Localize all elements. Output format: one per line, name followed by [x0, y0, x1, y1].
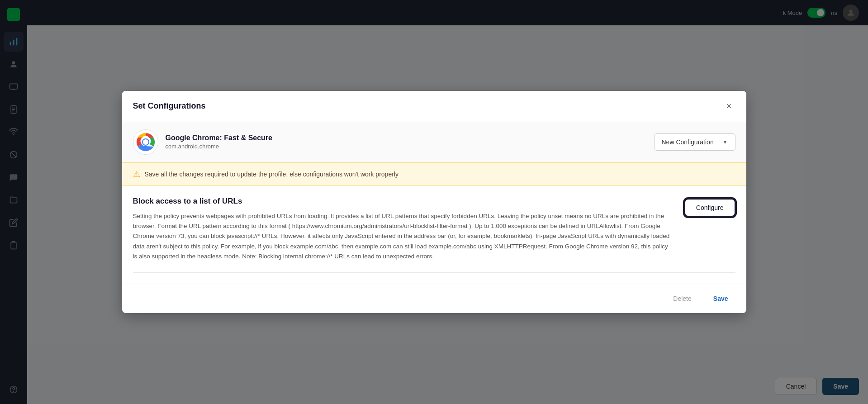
save-button[interactable]: Save	[706, 291, 735, 306]
warning-banner: ⚠ Save all the changes required to updat…	[122, 162, 746, 186]
modal-overlay: Set Configurations ×	[0, 0, 868, 404]
modal-set-configurations: Set Configurations ×	[122, 91, 746, 313]
app-info-row: Google Chrome: Fast & Secure com.android…	[122, 122, 746, 162]
warning-icon: ⚠	[133, 169, 140, 179]
policy-content: Block access to a list of URLs Setting t…	[133, 197, 674, 261]
config-dropdown[interactable]: New Configuration ▼	[654, 133, 735, 151]
modal-body: Block access to a list of URLs Setting t…	[122, 186, 746, 284]
app-icon	[133, 129, 158, 155]
policy-title: Block access to a list of URLs	[133, 197, 674, 206]
modal-footer: Delete Save	[122, 284, 746, 313]
app-package: com.android.chrome	[166, 143, 647, 150]
modal-title: Set Configurations	[133, 101, 206, 111]
app-details: Google Chrome: Fast & Secure com.android…	[166, 134, 647, 150]
chevron-down-icon: ▼	[723, 139, 728, 145]
warning-text: Save all the changes required to update …	[145, 171, 398, 178]
app-name: Google Chrome: Fast & Secure	[166, 134, 647, 142]
policy-section: Block access to a list of URLs Setting t…	[133, 197, 735, 273]
config-dropdown-label: New Configuration	[662, 138, 714, 146]
configure-button[interactable]: Configure	[684, 199, 735, 217]
modal-header: Set Configurations ×	[122, 91, 746, 122]
policy-description: Setting the policy prevents webpages wit…	[133, 211, 674, 261]
svg-point-23	[143, 139, 148, 145]
delete-button[interactable]: Delete	[666, 291, 698, 306]
modal-close-button[interactable]: ×	[723, 100, 735, 113]
